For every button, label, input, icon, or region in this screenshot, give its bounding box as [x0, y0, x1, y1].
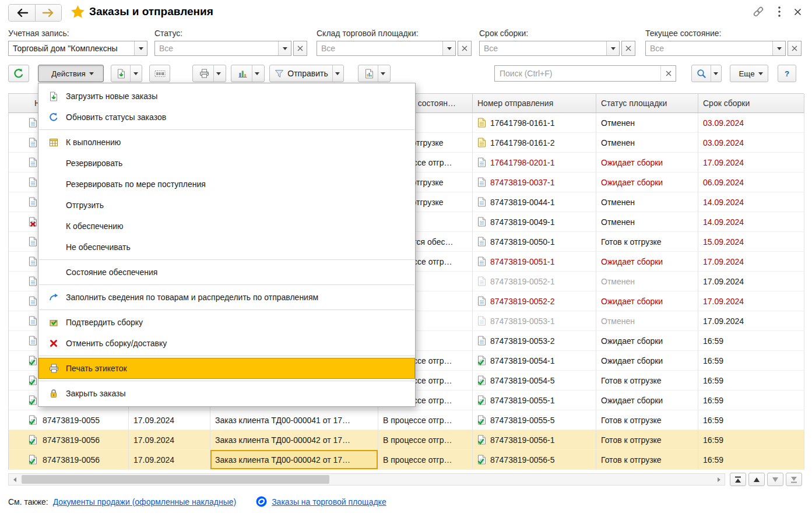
cell-status[interactable]: Ожидает сборки: [596, 391, 698, 410]
menu-item[interactable]: Загрузить новые заказы: [38, 86, 415, 107]
cell-state[interactable]: В процессе отгр…: [378, 410, 473, 430]
cell-shipment[interactable]: 87473819-0052-1: [473, 272, 596, 291]
cell-date[interactable]: 17.09.2024: [129, 410, 210, 430]
cell-shipment[interactable]: 87473819-0037-1: [473, 173, 596, 192]
cell-state[interactable]: В процессе отгр…: [378, 430, 473, 450]
refresh-button[interactable]: [8, 65, 29, 82]
cell-shipment[interactable]: 87473819-0055-5: [473, 410, 596, 430]
search-input[interactable]: [495, 66, 660, 81]
filter-clear-button[interactable]: [621, 41, 635, 56]
menu-item[interactable]: Заполнить сведения по товарам и распреде…: [38, 287, 415, 308]
cell-deadline[interactable]: 03.09.2024: [698, 133, 804, 153]
cell-number[interactable]: 87473819-0056: [9, 430, 129, 450]
scrollbar-thumb[interactable]: [22, 475, 329, 484]
cell-shipment[interactable]: 87473819-0053-2: [473, 331, 596, 351]
cell-order[interactable]: Заказ клиента ТД00-000041 от 17…: [210, 410, 378, 430]
cell-deadline[interactable]: 06.09.2024: [698, 173, 804, 192]
cell-status[interactable]: Отменен: [596, 192, 698, 212]
cell-shipment[interactable]: 87473819-0052-2: [473, 291, 596, 311]
cell-status[interactable]: Отменен: [596, 311, 698, 331]
table-row[interactable]: 87473819-005617.09.2024Заказ клиента ТД0…: [9, 450, 804, 470]
menu-item[interactable]: К выполнению: [38, 132, 415, 153]
advanced-search-button[interactable]: [691, 65, 722, 82]
more-options-icon[interactable]: [778, 6, 781, 17]
scroll-left-button[interactable]: [9, 474, 20, 485]
favorite-star-icon[interactable]: [71, 5, 85, 19]
more-button[interactable]: Еще: [730, 65, 768, 82]
cell-state[interactable]: В процессе отгр…: [378, 450, 473, 470]
cell-deadline[interactable]: 16:59: [698, 430, 804, 450]
cell-deadline[interactable]: 16:59: [698, 450, 804, 470]
load-orders-button[interactable]: [111, 65, 142, 82]
cell-shipment[interactable]: 87473819-0053-1: [473, 311, 596, 331]
cell-status[interactable]: Готов к отгрузке: [596, 232, 698, 252]
cell-shipment[interactable]: 87473819-0054-1: [473, 351, 596, 371]
cell-shipment[interactable]: 87473819-0051-1: [473, 252, 596, 272]
combo-dropdown-button[interactable]: [442, 41, 455, 55]
row-down-button[interactable]: [767, 473, 783, 486]
menu-item[interactable]: Резервировать: [38, 153, 415, 174]
combo-dropdown-button[interactable]: [606, 41, 619, 55]
filter-combo[interactable]: Торговый дом "Комплексны: [8, 41, 147, 56]
reports-chart-button[interactable]: [231, 65, 265, 82]
row-up-button[interactable]: [748, 473, 765, 486]
cell-deadline[interactable]: 16:59: [698, 351, 804, 371]
cell-shipment[interactable]: 87473819-0055-1: [473, 391, 596, 410]
column-header[interactable]: Срок сборки: [698, 94, 804, 113]
cell-status[interactable]: Ожидает сборки: [596, 173, 698, 192]
menu-item[interactable]: Резервировать по мере поступления: [38, 174, 415, 195]
menu-item[interactable]: Печать этикеток: [38, 358, 415, 379]
cell-status[interactable]: Готов к отгрузке: [596, 371, 698, 391]
cell-status[interactable]: Ожидает сборки: [596, 153, 698, 173]
footer-link[interactable]: Заказы на торговой площадке: [272, 497, 386, 507]
cell-deadline[interactable]: 03.09.2024: [698, 113, 804, 133]
cell-status[interactable]: Готов к отгрузке: [596, 430, 698, 450]
menu-item[interactable]: К обеспечению: [38, 216, 415, 237]
menu-item[interactable]: Состояние обеспечения: [38, 262, 415, 283]
filter-combo[interactable]: Все: [317, 41, 456, 56]
cell-status[interactable]: Отменен: [596, 272, 698, 291]
cell-shipment[interactable]: 87473819-0054-5: [473, 371, 596, 391]
menu-item[interactable]: Не обеспечивать: [38, 237, 415, 258]
scroll-right-button[interactable]: [713, 474, 725, 485]
filter-clear-button[interactable]: [788, 41, 802, 56]
help-button[interactable]: ?: [778, 65, 796, 82]
combo-dropdown-button[interactable]: [278, 41, 291, 55]
cell-status[interactable]: Ожидает сборки: [596, 351, 698, 371]
table-row[interactable]: 87473819-005517.09.2024Заказ клиента ТД0…: [9, 410, 804, 430]
cell-deadline[interactable]: 17.09.2024: [698, 311, 804, 331]
cell-shipment[interactable]: 87473819-0050-1: [473, 232, 596, 252]
back-button[interactable]: [9, 5, 35, 21]
cell-deadline[interactable]: 17.09.2024: [698, 153, 804, 173]
column-header[interactable]: Номер отправления: [473, 94, 596, 113]
filter-clear-button[interactable]: [458, 41, 472, 56]
send-button[interactable]: Отправить: [269, 65, 344, 82]
cell-status[interactable]: Готов к отгрузке: [596, 410, 698, 430]
cell-shipment[interactable]: 87473819-0056-1: [473, 430, 596, 450]
combo-dropdown-button[interactable]: [772, 41, 785, 55]
actions-button[interactable]: Действия: [38, 65, 104, 82]
filter-combo[interactable]: Все: [154, 41, 291, 56]
filter-combo[interactable]: Все: [479, 41, 620, 56]
search-clear-button[interactable]: [660, 66, 676, 81]
go-to-top-button[interactable]: [730, 473, 746, 486]
cell-status[interactable]: Готов к отгрузке: [596, 450, 698, 470]
cell-deadline[interactable]: 16:59: [698, 410, 804, 430]
report-document-button[interactable]: [358, 65, 391, 82]
column-header[interactable]: Статус площадки: [596, 94, 698, 113]
cell-status[interactable]: Ожидает сборки: [596, 291, 698, 311]
cell-shipment[interactable]: 17641798-0161-1: [473, 113, 596, 133]
cell-deadline[interactable]: 15.09.2024: [698, 232, 804, 252]
cell-deadline[interactable]: 16:59: [698, 331, 804, 351]
cell-status[interactable]: Ожидает сборки: [596, 252, 698, 272]
cell-date[interactable]: 17.09.2024: [129, 430, 210, 450]
cell-deadline[interactable]: 17.09.2024: [698, 252, 804, 272]
link-icon[interactable]: [752, 5, 765, 18]
cell-date[interactable]: 17.09.2024: [129, 450, 210, 470]
filter-clear-button[interactable]: [293, 41, 307, 56]
cell-status[interactable]: Ожидает сборки: [596, 331, 698, 351]
cell-deadline[interactable]: 16:59: [698, 391, 804, 410]
filter-combo[interactable]: Все: [645, 41, 786, 56]
footer-link[interactable]: Документы продажи (оформленные накладные…: [53, 497, 236, 507]
cell-shipment[interactable]: 87473819-0056-5: [473, 450, 596, 470]
